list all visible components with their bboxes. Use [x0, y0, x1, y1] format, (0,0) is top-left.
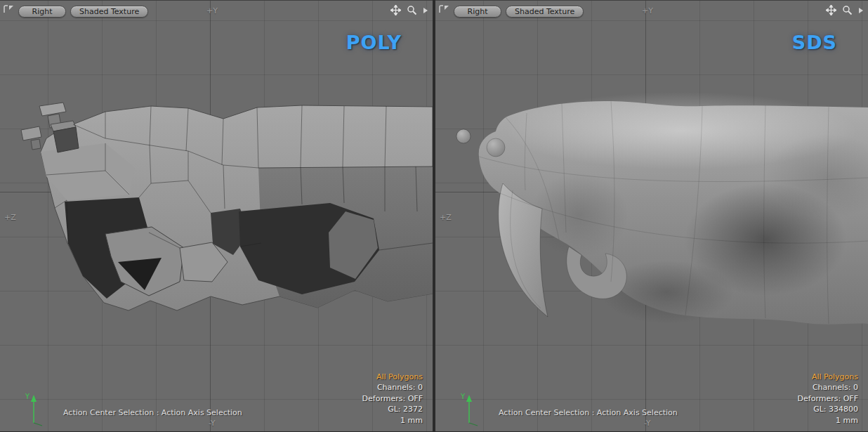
gl-count-text: GL: 334800: [798, 404, 858, 415]
axis-gizmo: Y: [459, 389, 483, 427]
pan-move-icon[interactable]: [826, 5, 836, 15]
viewport-info-block: All Polygons Channels: 0 Deformers: OFF …: [798, 372, 858, 426]
selection-mode-text: All Polygons: [362, 372, 423, 383]
grid-scale-text: 1 mm: [362, 415, 423, 426]
viewport-sds[interactable]: Right Shaded Texture +Y +Z -Y SDS All Po…: [435, 0, 868, 432]
dual-viewport-app: Right Shaded Texture +Y +Z -Y POLY All P…: [0, 0, 868, 432]
model-sds-mesh[interactable]: [435, 1, 868, 432]
viewport-toolbar: [390, 5, 428, 15]
channels-text: Channels: 0: [798, 382, 858, 393]
viewport-poly[interactable]: Right Shaded Texture +Y +Z -Y POLY All P…: [0, 0, 433, 432]
axis-label-minus-y: -Y: [209, 419, 215, 428]
deformers-text: Deformers: OFF: [798, 393, 858, 405]
view-select-button[interactable]: Right: [454, 6, 501, 18]
axis-label-plus-y: +Y: [642, 6, 653, 15]
selection-mode-text: All Polygons: [798, 372, 858, 383]
model-poly-mesh[interactable]: [0, 1, 433, 432]
viewport-toolbar: [826, 5, 864, 15]
mode-label-sds: SDS: [792, 32, 837, 53]
gizmo-y-label: Y: [25, 393, 30, 400]
mode-label-poly: POLY: [346, 32, 402, 53]
axis-label-plus-y: +Y: [206, 6, 218, 15]
deformers-text: Deformers: OFF: [362, 393, 423, 405]
magnifier-icon[interactable]: [842, 5, 853, 15]
axis-gizmo: Y: [24, 389, 48, 427]
view-select-button[interactable]: Right: [18, 6, 66, 18]
action-center-status: Action Center Selection : Action Axis Se…: [499, 408, 678, 417]
magnifier-icon[interactable]: [407, 5, 417, 15]
gizmo-y-label: Y: [460, 393, 466, 400]
axis-label-plus-z: +Z: [440, 213, 452, 222]
right-arrow-icon[interactable]: [858, 7, 864, 14]
axis-label-minus-y: -Y: [644, 419, 650, 428]
gl-count-text: GL: 2372: [362, 404, 423, 415]
axis-label-plus-z: +Z: [4, 213, 16, 222]
viewport-info-block: All Polygons Channels: 0 Deformers: OFF …: [362, 372, 423, 426]
right-arrow-icon[interactable]: [423, 7, 428, 14]
channels-text: Channels: 0: [362, 382, 423, 393]
viewport-menu-icon[interactable]: [3, 4, 14, 13]
action-center-status: Action Center Selection : Action Axis Se…: [63, 408, 242, 417]
grid-scale-text: 1 mm: [798, 415, 858, 426]
pan-move-icon[interactable]: [390, 5, 401, 15]
shade-mode-button[interactable]: Shaded Texture: [70, 6, 148, 18]
shade-mode-button[interactable]: Shaded Texture: [506, 6, 584, 18]
viewport-menu-icon[interactable]: [438, 4, 449, 13]
